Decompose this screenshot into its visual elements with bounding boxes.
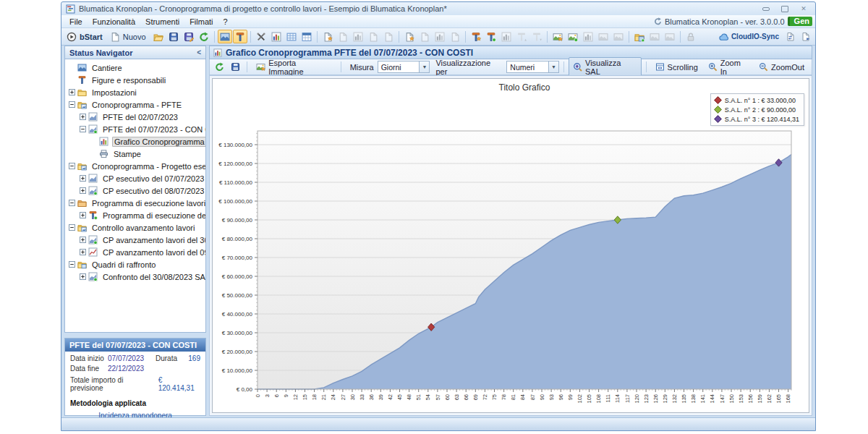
tree-item-impostazioni[interactable]: Impostazioni [65, 86, 205, 98]
tree-item-programma-di-esecuzione-lavori[interactable]: Programma di esecuzione lavori [65, 197, 205, 209]
elimina-avanzamento-button[interactable] [611, 30, 626, 43]
grafico-avanzamento-button[interactable] [581, 30, 595, 43]
tree-item-pfte-del-02-07-2023[interactable]: PFTE del 02/07/2023 [65, 111, 205, 123]
tree-item-label: Grafico Cronoprogramma [112, 137, 206, 147]
elimina-esecutivo-button[interactable] [448, 30, 462, 43]
nuovo-pfte-button[interactable] [320, 30, 335, 43]
calendario-button[interactable] [299, 30, 314, 43]
cost-curve-chart: € 0,00€ 10.000,00€ 20.000,00€ 30.000,00€… [213, 79, 809, 412]
expand-icon[interactable] [79, 175, 87, 182]
grafico-pfte-button[interactable] [351, 30, 365, 43]
salva-pfte-button[interactable] [336, 30, 350, 43]
expand-icon[interactable] [79, 249, 87, 255]
figure-responsabili-button[interactable] [233, 30, 247, 43]
tree-item-cp-avanzamento-lavori-del-30-08-2023[interactable]: CP avanzamento lavori del 30/08/2023 [65, 234, 205, 246]
minimize-button[interactable] [762, 5, 770, 12]
tree-item-quadri-di-raffronto[interactable]: Quadri di raffronto [65, 258, 205, 271]
nuovo-programma-button[interactable] [469, 30, 483, 43]
printer-icon [99, 149, 110, 158]
tree-item-cp-avanzamento-lavori-del-09-07-2023[interactable]: CP avanzamento lavori del 09/07/2023 [65, 246, 205, 258]
close-button[interactable]: ✕ [799, 5, 808, 12]
bstart-button[interactable]: bStart [64, 31, 107, 43]
grafici-button[interactable] [269, 30, 284, 43]
tree-item-grafico-cronoprogramma[interactable]: Grafico Cronoprogramma [65, 135, 205, 148]
collapse-icon[interactable] [68, 200, 76, 206]
nuovo-avanzamento-button[interactable] [550, 30, 565, 43]
zoom-out-icon [759, 62, 768, 72]
menu-funzionalit[interactable]: Funzionalità [88, 17, 140, 27]
expand-icon[interactable] [68, 89, 76, 95]
salva-con-nome-button[interactable] [182, 30, 196, 43]
sync-document-button[interactable] [783, 30, 797, 43]
export-page-button[interactable] [798, 30, 812, 43]
importa-programma-button[interactable] [514, 30, 529, 43]
collapse-icon[interactable] [68, 163, 76, 169]
dropdown-arrow-icon[interactable]: ▼ [419, 61, 429, 72]
collapse-panel-icon[interactable]: < [197, 48, 201, 56]
chart-refresh-button[interactable] [213, 60, 227, 74]
strumenti-button[interactable] [254, 30, 268, 43]
collapse-icon[interactable] [79, 126, 87, 132]
tree-item-figure-e-responsabili[interactable]: Figure e responsabili [65, 74, 205, 86]
copia-confronto-button[interactable] [647, 30, 662, 43]
grafico-esecutivo-button[interactable] [433, 30, 447, 43]
tree-item-cp-esecutivo-del-08-07-2023[interactable]: CP esecutivo del 08/07/2023 [65, 184, 205, 197]
menu-strumenti[interactable]: Strumenti [140, 17, 184, 27]
expand-icon[interactable] [79, 237, 87, 243]
cantiere-button[interactable] [218, 30, 232, 43]
tree-item-cronoprogramma-progetto-esecutivo[interactable]: Cronoprogramma - Progetto esecutivo [65, 160, 205, 172]
dropdown-arrow-icon[interactable]: ▼ [548, 61, 558, 72]
tree-item-programma-di-esecuzione-del-10-07-2023[interactable]: Programma di esecuzione del 10/07/2023 [65, 209, 205, 221]
salva-button[interactable] [166, 30, 181, 43]
elimina-confronto-button[interactable] [663, 30, 677, 43]
apri-button[interactable] [151, 30, 166, 43]
annulla-button[interactable] [197, 30, 211, 43]
menu-file[interactable]: File [64, 17, 88, 27]
tree-item-stampe[interactable]: Stampe [65, 148, 205, 160]
visualizza-sal-button[interactable]: Visualizza SAL [569, 57, 642, 77]
maximize-button[interactable] [780, 5, 789, 12]
data-inizio-value: 07/07/2023 [108, 354, 156, 362]
nuovo-esecutivo-button[interactable] [402, 30, 417, 43]
expand-icon[interactable] [79, 114, 87, 120]
menu-filmati[interactable]: Filmati [184, 17, 218, 27]
misura-select[interactable]: Giorni ▼ [378, 61, 430, 73]
tree-item-confronto-del-30-08-2023-sal-1[interactable]: Confronto del 30/08/2023 SAL 1 [65, 271, 205, 283]
collapse-icon[interactable] [68, 101, 76, 108]
nuovo-confronto-button[interactable] [632, 30, 647, 43]
zoom-out-button[interactable]: ZoomOut [754, 61, 809, 73]
collapse-icon[interactable] [68, 261, 76, 268]
svg-text:102: 102 [576, 394, 583, 404]
tree-item-pfte-del-07-07-2023-con-costi[interactable]: PFTE del 07/07/2023 - CON COSTI [65, 123, 205, 135]
expand-icon[interactable] [79, 187, 87, 194]
menu-[interactable]: ? [218, 17, 233, 27]
copia-avanzamento-button[interactable] [596, 30, 610, 43]
svg-text:€ 70.000,00: € 70.000,00 [222, 255, 253, 261]
grafico-programma-button[interactable] [499, 30, 514, 43]
visualizzazione-select[interactable]: Numeri ▼ [506, 61, 559, 73]
blocca-button[interactable] [684, 30, 698, 43]
esporta-programma-button[interactable] [529, 30, 544, 43]
elimina-pfte-button[interactable] [381, 30, 396, 43]
programma-attivo-button[interactable] [484, 30, 498, 43]
chart-canvas[interactable]: € 0,00€ 10.000,00€ 20.000,00€ 30.000,00€… [212, 78, 809, 413]
collapse-icon[interactable] [68, 224, 76, 231]
esporta-immagine-button[interactable]: Esporta Immagine [252, 57, 336, 77]
main-toolbar: bStartNuovo CloudIO-Sync [61, 28, 815, 46]
tree-item-cp-esecutivo-del-07-07-2023[interactable]: CP esecutivo del 07/07/2023 [65, 172, 205, 184]
copia-pfte-button[interactable] [366, 30, 380, 43]
tree-item-cronoprogramma-pfte[interactable]: Cronoprogramma - PFTE [65, 98, 205, 111]
salva-esecutivo-button[interactable] [417, 30, 432, 43]
folder-icon [77, 88, 88, 97]
expand-icon[interactable] [79, 212, 87, 218]
svg-text:6: 6 [273, 394, 280, 397]
tabella-button[interactable] [284, 30, 299, 43]
tree-item-cantiere[interactable]: Cantiere [65, 61, 205, 74]
nuovo-button[interactable]: Nuovo [108, 31, 150, 43]
scrolling-button[interactable]: Scrolling [651, 61, 702, 73]
chart-save-button[interactable] [229, 60, 243, 74]
avanzamento-attivo-button[interactable] [566, 30, 580, 43]
tree-item-controllo-avanzamento-lavori[interactable]: Controllo avanzamento lavori [65, 221, 205, 234]
expand-icon[interactable] [79, 273, 87, 280]
zoom-in-button[interactable]: Zoom In [704, 57, 753, 77]
